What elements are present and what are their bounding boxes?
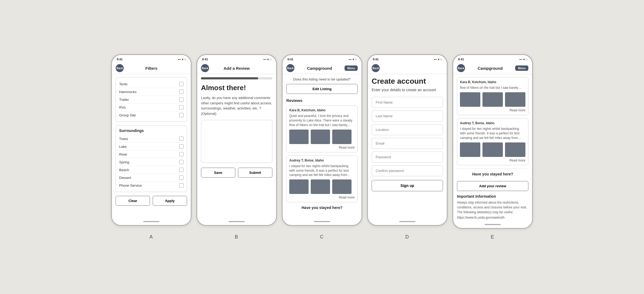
bottom-bar-a	[112, 220, 191, 225]
filter-item-group-site: Group Site	[119, 111, 184, 119]
header-d: Back	[368, 63, 447, 74]
checkbox-tents[interactable]	[179, 82, 184, 86]
camp-img-e2a	[460, 142, 480, 157]
camp-img-e1c	[505, 92, 525, 107]
phone-c: 9:41 ▪▪▪ ▾ □ Back Campground Menu Does t…	[282, 54, 362, 226]
back-button-b[interactable]: Back	[201, 64, 209, 72]
menu-button-c[interactable]: Menu	[345, 65, 358, 71]
header-title-c: Campground	[294, 66, 345, 71]
label-d: D	[367, 234, 448, 240]
checkbox-beach[interactable]	[179, 168, 184, 172]
status-bar-c: 9:41 ▪▪▪ ▾ □	[283, 55, 361, 63]
review-img-1c	[332, 130, 352, 144]
review-card-e1: Kara B, Ketchum, Idaho flow of hikers on…	[457, 77, 528, 115]
label-a: A	[111, 234, 192, 240]
back-button-e[interactable]: Back	[457, 64, 465, 72]
header-title-a: Filters	[124, 66, 179, 71]
body-b: Almost there! Lastly, do you have any ad…	[197, 74, 276, 220]
status-bar-b: 9:41 ▪▪▪ ▾ □	[197, 55, 276, 63]
bottom-indicator-b	[229, 221, 245, 222]
important-link[interactable]: https://www.fs.usda.gov/sawtooth	[457, 216, 528, 219]
body-c: Does this listing need to be updated? Ed…	[283, 74, 361, 220]
bottom-indicator-e	[485, 224, 501, 225]
header-title-b: Add a Review	[209, 66, 264, 71]
review-img-1b	[311, 130, 330, 144]
clear-button[interactable]: Clear	[116, 196, 150, 206]
checkbox-spring[interactable]	[179, 160, 184, 164]
camp-images-e2	[460, 142, 525, 157]
bottom-indicator-d	[399, 221, 415, 222]
checkbox-rvs[interactable]	[179, 105, 184, 109]
bottom-bar-c	[283, 220, 361, 225]
review-card-e2: Audrey T, Boise, Idaho I stayed for two …	[457, 118, 528, 165]
checkbox-hammocks[interactable]	[179, 90, 184, 94]
checkbox-trees[interactable]	[179, 137, 184, 141]
phone-b: 9:41 ▪▪▪ ▾ □ Back Add a Review Almost th…	[196, 54, 277, 226]
email-input[interactable]	[372, 138, 443, 149]
checkbox-dessert[interactable]	[179, 175, 184, 180]
read-more-1[interactable]: Read more	[289, 146, 355, 149]
phone-a: 9:41 ▪▪▪ ▾ □ Back Filters Tents	[111, 54, 192, 226]
read-more-e2[interactable]: Read more	[460, 159, 525, 162]
apply-button[interactable]: Apply	[153, 196, 187, 206]
review-textarea[interactable]	[201, 120, 272, 163]
location-input[interactable]	[372, 124, 443, 135]
password-input[interactable]	[372, 152, 443, 163]
filter-section-surroundings: Surroundings Trees Lake River Spring	[116, 126, 187, 192]
filter-item-hammocks: Hammocks	[119, 88, 184, 96]
filter-item-lake: Lake	[119, 143, 184, 150]
review-images-2	[289, 179, 355, 194]
confirm-password-input[interactable]	[372, 165, 443, 176]
status-bar-d: 9:41 ▪▪▪ ▾ □	[368, 55, 447, 63]
back-button-d[interactable]: Back	[372, 64, 380, 72]
body-d: Create account Enter your details to cre…	[368, 74, 447, 220]
body-e: Kara B, Ketchum, Idaho flow of hikers on…	[453, 74, 532, 222]
camp-img-e2b	[482, 142, 503, 157]
body-a: Tents Hammocks Trailer RVs	[112, 74, 191, 220]
checkbox-trailer[interactable]	[179, 97, 184, 102]
header-a: Back Filters	[112, 63, 191, 74]
review-text-e2: I stayed for two nights whilst backpacki…	[460, 127, 525, 140]
signup-button[interactable]: Sign up	[372, 180, 443, 191]
read-more-2[interactable]: Read more	[289, 196, 355, 199]
review-author-1: Kara B, Ketchum, Idaho	[289, 108, 355, 112]
review-author-e1: Kara B, Ketchum, Idaho	[460, 80, 525, 84]
review-img-1a	[289, 130, 309, 144]
checkbox-river[interactable]	[179, 152, 184, 156]
submit-button[interactable]: Submit	[238, 168, 272, 178]
status-icons-e: ▪▪▪ ▾ □	[519, 58, 527, 61]
review-card-2: Audrey T, Boise, Idaho I stayed for two …	[286, 156, 358, 202]
back-button-c[interactable]: Back	[286, 64, 294, 72]
bottom-bar-d	[368, 220, 447, 225]
almost-desc: Lastly, do you have any additional comme…	[201, 95, 272, 116]
checkbox-phone-service[interactable]	[179, 183, 184, 188]
checkbox-group-site[interactable]	[179, 113, 184, 117]
back-button-a[interactable]: Back	[116, 64, 124, 72]
have-stayed-e: Have you stayed here?	[457, 172, 528, 176]
filter-item-rvs: RVs	[119, 104, 184, 111]
checkbox-lake[interactable]	[179, 144, 184, 149]
surroundings-title: Surroundings	[119, 128, 184, 133]
review-actions: Save Submit	[201, 168, 272, 178]
section-divider-e	[457, 168, 528, 169]
first-name-input[interactable]	[372, 97, 443, 108]
bottom-bar-b	[197, 220, 276, 225]
update-notice: Does this listing need to be updated?	[286, 77, 358, 81]
header-c: Back Campground Menu	[283, 63, 361, 74]
filter-actions: Clear Apply	[116, 196, 187, 206]
edit-listing-button[interactable]: Edit Listing	[286, 84, 358, 94]
camp-img-e2c	[505, 142, 525, 157]
review-card-1: Kara B, Ketchum, Idaho Quiet and peacefu…	[286, 105, 358, 152]
header-title-e: Campground	[465, 66, 515, 71]
bottom-bar-e	[453, 223, 532, 228]
almost-title: Almost there!	[201, 84, 272, 92]
menu-button-e[interactable]: Menu	[515, 65, 528, 71]
filter-item-trees: Trees	[119, 135, 184, 143]
page-wrapper: 9:41 ▪▪▪ ▾ □ Back Filters Tents	[5, 54, 639, 240]
add-review-button[interactable]: Add your review	[457, 181, 528, 191]
read-more-e1[interactable]: Read more	[460, 108, 525, 112]
save-button[interactable]: Save	[201, 168, 235, 178]
last-name-input[interactable]	[372, 111, 443, 122]
important-title: Important Information	[457, 194, 528, 199]
camp-images-e1	[460, 92, 525, 107]
